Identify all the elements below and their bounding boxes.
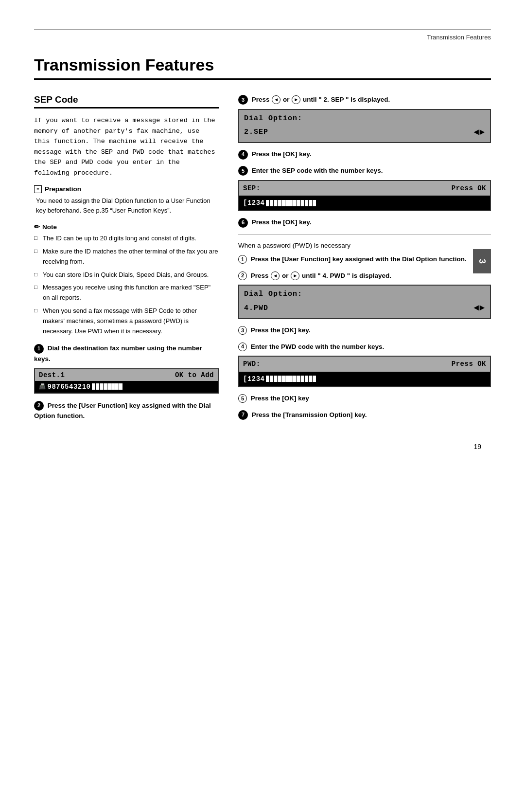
section-heading: SEP Code: [34, 94, 219, 108]
fill-b1: [92, 383, 95, 390]
sep-fill-4: [278, 200, 281, 206]
pwd-step1-text: Press the [User Function] key assigned w…: [251, 255, 467, 263]
fill-b2: [96, 383, 99, 390]
pwd-lcd: PWD: Press OK [1234: [238, 356, 491, 387]
dest-number: 9876543210: [48, 383, 91, 391]
pwd-fill-6: [285, 376, 289, 382]
page-container: Transmission Features Transmission Featu…: [0, 0, 525, 480]
lcd-arrow2: ◄►: [473, 301, 485, 315]
pwd-step2-block: 2 Press ◄ or ► until " 4. PWD " is displ…: [238, 271, 491, 319]
sep-fill-9: [297, 200, 300, 206]
pwd-label: PWD:: [243, 359, 261, 369]
section-tab: 3: [473, 249, 491, 273]
sep-fill-13: [313, 200, 316, 206]
pwd-step3-number: 3: [238, 326, 247, 335]
pwd-value: [1234: [243, 374, 265, 384]
pwd-left-arrow-icon: ◄: [271, 271, 280, 280]
top-rule: [34, 29, 491, 30]
sep-fill-2: [270, 200, 273, 206]
sep-lcd-row1: SEP: Press OK: [239, 181, 490, 196]
pwd-step1-number: 1: [238, 255, 247, 264]
lcd-dialoption2-row2: 4.PWD ◄►: [244, 301, 485, 315]
sep-fill-blocks: [266, 200, 316, 206]
pwd-fill-10: [301, 376, 304, 382]
step5-number: 5: [238, 166, 248, 176]
page-number: 19: [34, 443, 491, 451]
step7-block: 7 Press the [Transmission Option] key.: [238, 410, 491, 420]
pwd-step1-block: 1 Press the [User Function] key assigned…: [238, 254, 491, 265]
sep-lcd-row2: [1234: [239, 196, 490, 210]
sep-lcd: SEP: Press OK [1234: [238, 180, 491, 212]
sep-fill-3: [274, 200, 277, 206]
step3-number: 3: [238, 95, 248, 105]
sep-fill-12: [309, 200, 312, 206]
pwd-fill-7: [289, 376, 293, 382]
step1-number: 1: [34, 344, 44, 354]
step3-label: 3 Press ◄ or ► until " 2. SEP " is displ…: [238, 94, 491, 105]
sep-value: [1234: [243, 198, 265, 208]
divider1: [238, 235, 491, 235]
pwd-step4-label: 4 Enter the PWD code with the number key…: [238, 342, 491, 352]
preparation-text: You need to assign the Dial Option funct…: [34, 196, 219, 217]
preparation-label: ≡ Preparation: [34, 185, 219, 193]
step2-label: 2 Press the [User Function] key assigned…: [34, 400, 219, 421]
pwd-fill-1: [266, 376, 269, 382]
pwd-lcd-row1: PWD: Press OK: [239, 357, 490, 371]
pwd-section-label: When a password (PWD) is necessary: [238, 242, 491, 249]
pwd-lcd-row2: [1234: [239, 372, 490, 386]
intro-text: If you want to receive a message stored …: [34, 115, 219, 179]
pwd-fill-8: [293, 376, 297, 382]
step4-block: 4 Press the [OK] key.: [238, 149, 491, 160]
lcd-arrow1: ◄►: [473, 126, 485, 140]
sep-fill-1: [266, 200, 269, 206]
dest-ok-label: OK to Add: [175, 371, 214, 379]
note-item-1: The ID can be up to 20 digits long and c…: [34, 234, 219, 244]
note-item-2: Make sure the ID matches the other termi…: [34, 247, 219, 267]
fill-b8: [119, 383, 122, 390]
pwd-fill-11: [305, 376, 308, 382]
pwd-fill-2: [270, 376, 273, 382]
fill-b6: [111, 383, 115, 390]
dest-fill-blocks: [92, 383, 122, 390]
fill-b5: [107, 383, 111, 390]
sep-fill-8: [293, 200, 297, 206]
step1-label: 1 Dial the destination fax number using …: [34, 343, 219, 364]
pwd-fill-5: [281, 376, 285, 382]
left-arrow-icon: ◄: [272, 95, 280, 104]
pwd-step3-label: 3 Press the [OK] key.: [238, 325, 491, 336]
step7-number: 7: [238, 410, 248, 420]
step4-label: 4 Press the [OK] key.: [238, 149, 491, 160]
note-item-3: You can store IDs in Quick Dials, Speed …: [34, 270, 219, 280]
sep-fill-11: [305, 200, 308, 206]
dest-row2: 📠 9876543210: [35, 381, 218, 393]
lcd-dialoption1: Dial Option: 2.SEP ◄►: [238, 109, 491, 144]
lcd-pwd-label: 4.PWD: [244, 303, 268, 314]
pwd-fill-13: [313, 376, 316, 382]
step3-text: Press ◄ or ► until " 2. SEP " is display…: [252, 96, 390, 103]
pwd-step4-text: Enter the PWD code with the number keys.: [251, 343, 385, 350]
lcd-dialoption1-row1: Dial Option:: [244, 113, 485, 125]
sep-fill-7: [289, 200, 293, 206]
lcd-dialoption2: Dial Option: 4.PWD ◄►: [238, 285, 491, 319]
lcd-dialoption1-row2: 2.SEP ◄►: [244, 126, 485, 140]
pwd-step5-block: 5 Press the [OK] key: [238, 393, 491, 404]
step6-block: 6 Press the [OK] key.: [238, 217, 491, 228]
lcd-dialoption2-row1: Dial Option:: [244, 289, 485, 300]
pwd-fill-4: [278, 376, 281, 382]
note-item-4: Messages you receive using this function…: [34, 283, 219, 303]
step2-number: 2: [34, 401, 44, 411]
step7-label: 7 Press the [Transmission Option] key.: [238, 410, 491, 420]
pwd-right-arrow-icon: ►: [291, 271, 299, 280]
sep-fill-5: [281, 200, 285, 206]
sep-fill-6: [285, 200, 289, 206]
note-label: ✏ Note: [34, 223, 219, 231]
step7-text: Press the [Transmission Option] key.: [252, 411, 367, 418]
dest-label: Dest.1: [39, 371, 65, 379]
pwd-step4-block: 4 Enter the PWD code with the number key…: [238, 342, 491, 387]
pwd-step3-text: Press the [OK] key.: [251, 326, 311, 334]
pwd-step2-text: Press ◄ or ► until " 4. PWD " is display…: [251, 272, 391, 279]
breadcrumb-text: Transmission Features: [427, 34, 491, 41]
pwd-step5-label: 5 Press the [OK] key: [238, 393, 491, 404]
note-list: The ID can be up to 20 digits long and c…: [34, 234, 219, 336]
preparation-block: ≡ Preparation You need to assign the Dia…: [34, 185, 219, 217]
